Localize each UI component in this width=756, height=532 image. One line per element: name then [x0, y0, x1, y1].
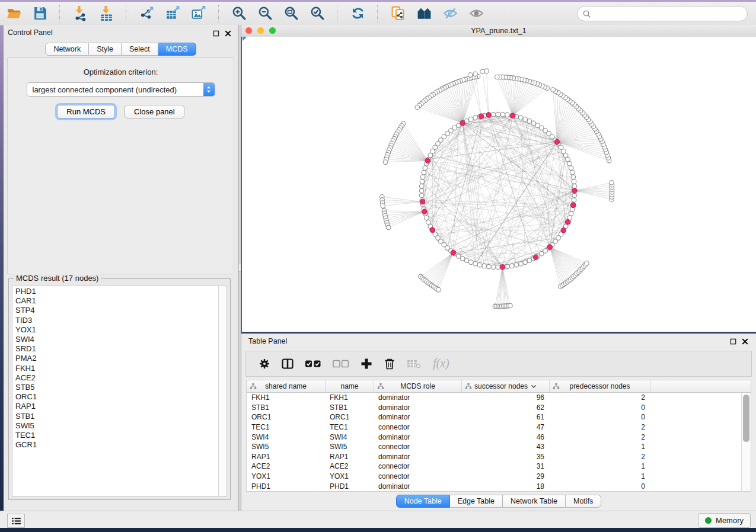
cell-successor-nodes[interactable]: 46	[461, 433, 549, 441]
cell-MCDS-role[interactable]: dominator	[374, 433, 461, 441]
network-node[interactable]	[572, 198, 576, 203]
import-table-icon[interactable]	[97, 5, 115, 23]
table-row[interactable]: SWI4SWI4dominator462	[247, 432, 742, 442]
network-node[interactable]	[415, 105, 420, 110]
network-node[interactable]	[527, 258, 532, 263]
table-row[interactable]: SWI5SWI5connector431	[247, 442, 742, 452]
network-node[interactable]	[419, 188, 424, 193]
network-node[interactable]	[527, 119, 532, 124]
table-scrollbar[interactable]	[741, 393, 751, 491]
cell-name[interactable]: ACE2	[325, 462, 374, 470]
network-node[interactable]	[500, 112, 505, 117]
mcds-result-item[interactable]: STB5	[12, 383, 218, 392]
table-scrollbar-thumb[interactable]	[743, 395, 749, 442]
cell-predecessor-nodes[interactable]: 0	[549, 413, 650, 421]
mcds-hub-node[interactable]	[500, 265, 505, 270]
network-node[interactable]	[419, 184, 424, 188]
network-canvas[interactable]	[241, 37, 756, 332]
cell-predecessor-nodes[interactable]: 1	[549, 462, 650, 470]
cell-shared-name[interactable]: PHD1	[247, 482, 325, 491]
network-node[interactable]	[519, 261, 524, 266]
column-header-name[interactable]: name	[325, 380, 374, 392]
zoom-in-icon[interactable]	[230, 5, 248, 23]
export-table-icon[interactable]	[164, 5, 181, 23]
table-row[interactable]: PHD1PHD1dominator180	[247, 481, 742, 491]
network-node[interactable]	[523, 117, 528, 122]
zoom-fit-icon[interactable]	[282, 5, 300, 23]
mcds-hub-node[interactable]	[479, 114, 484, 119]
float-table-panel-icon[interactable]	[729, 337, 737, 345]
close-table-panel-icon[interactable]	[741, 337, 749, 345]
memory-button[interactable]: Memory	[698, 513, 751, 528]
mcds-result-item[interactable]: STB1	[12, 412, 218, 421]
mcds-result-item[interactable]: YOX1	[12, 325, 218, 335]
mcds-result-item[interactable]: ACE2	[12, 373, 218, 383]
table-row[interactable]: STB1STB1dominator620	[247, 403, 742, 413]
cell-name[interactable]: PHD1	[325, 482, 374, 491]
cell-shared-name[interactable]: YOX1	[247, 472, 325, 480]
float-panel-icon[interactable]	[212, 29, 220, 37]
hide-selected-icon[interactable]	[441, 5, 459, 23]
mcds-result-item[interactable]: SRD1	[12, 344, 218, 354]
network-node[interactable]	[381, 204, 385, 209]
search-input[interactable]	[591, 9, 747, 18]
network-node[interactable]	[572, 184, 577, 188]
select-all-icon[interactable]	[304, 356, 322, 371]
network-node[interactable]	[514, 263, 519, 268]
network-node[interactable]	[426, 220, 431, 225]
cell-MCDS-role[interactable]: connector	[374, 462, 461, 470]
show-all-icon[interactable]	[467, 5, 485, 23]
network-node[interactable]	[551, 88, 556, 92]
cell-shared-name[interactable]: STB1	[247, 403, 325, 412]
cell-predecessor-nodes[interactable]: 1	[549, 472, 650, 480]
task-history-button[interactable]	[7, 514, 25, 528]
cell-shared-name[interactable]: SWI5	[247, 443, 325, 451]
table-row[interactable]: RAP1RAP1dominator352	[247, 452, 742, 462]
zoom-out-icon[interactable]	[256, 5, 274, 23]
network-node[interactable]	[571, 175, 576, 180]
network-node[interactable]	[383, 160, 388, 165]
mcds-hub-node[interactable]	[533, 255, 538, 260]
tab-motifs[interactable]: Motifs	[566, 495, 601, 508]
cell-successor-nodes[interactable]: 47	[461, 423, 549, 431]
network-node[interactable]	[572, 193, 577, 198]
cell-successor-nodes[interactable]: 35	[461, 453, 549, 461]
cell-shared-name[interactable]: RAP1	[247, 453, 325, 461]
column-header-predecessor-nodes[interactable]: predecessor nodes	[549, 380, 650, 392]
cell-predecessor-nodes[interactable]: 0	[549, 482, 650, 491]
cell-successor-nodes[interactable]: 43	[461, 443, 549, 451]
mcds-result-item[interactable]: SWI4	[12, 335, 218, 344]
network-node[interactable]	[419, 193, 424, 198]
mcds-hub-node[interactable]	[451, 250, 456, 255]
network-node[interactable]	[423, 166, 428, 171]
cell-predecessor-nodes[interactable]: 2	[549, 433, 650, 441]
network-node[interactable]	[572, 180, 576, 184]
layout-refresh-icon[interactable]	[349, 5, 366, 23]
cell-MCDS-role[interactable]: dominator	[374, 453, 461, 461]
table-row[interactable]: FKH1FKH1dominator962	[247, 393, 742, 403]
network-node[interactable]	[487, 264, 492, 269]
network-node[interactable]	[496, 112, 500, 117]
mcds-result-item[interactable]: CAR1	[12, 296, 218, 306]
duplicate-network-icon[interactable]	[389, 5, 407, 23]
network-node[interactable]	[480, 69, 485, 74]
delete-icon[interactable]	[383, 356, 396, 371]
mcds-result-item[interactable]: TID3	[12, 316, 218, 325]
mcds-hub-node[interactable]	[422, 209, 428, 214]
cell-name[interactable]: FKH1	[325, 393, 374, 402]
mcds-list-scrollbar[interactable]	[218, 286, 227, 496]
table-row[interactable]: ACE2ACE2connector311	[247, 462, 742, 472]
network-node[interactable]	[563, 153, 568, 158]
mcds-hub-node[interactable]	[486, 113, 492, 118]
mcds-result-item[interactable]: FKH1	[12, 364, 218, 373]
mcds-result-item[interactable]: SWI5	[12, 421, 218, 431]
mcds-hub-node[interactable]	[430, 227, 435, 233]
cell-predecessor-nodes[interactable]: 2	[549, 423, 650, 431]
deselect-all-icon[interactable]	[332, 356, 350, 371]
network-node[interactable]	[477, 263, 482, 268]
network-node[interactable]	[505, 113, 510, 117]
network-node[interactable]	[569, 211, 573, 216]
cell-shared-name[interactable]: FKH1	[247, 393, 325, 402]
cell-name[interactable]: SWI4	[325, 433, 374, 441]
network-node[interactable]	[566, 157, 570, 162]
